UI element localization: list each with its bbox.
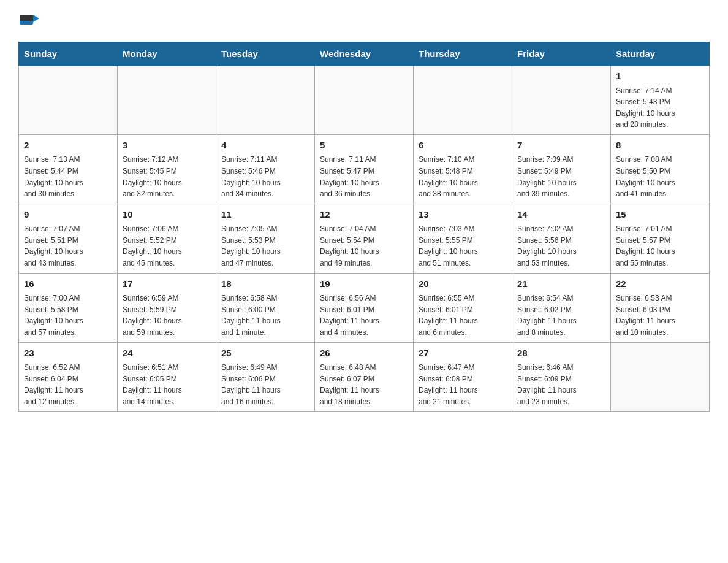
day-info: Sunrise: 6:51 AM Sunset: 6:05 PM Dayligh… bbox=[123, 362, 211, 407]
calendar-cell: 12Sunrise: 7:04 AM Sunset: 5:54 PM Dayli… bbox=[315, 204, 414, 273]
calendar-cell: 26Sunrise: 6:48 AM Sunset: 6:07 PM Dayli… bbox=[315, 342, 414, 412]
day-number: 21 bbox=[517, 277, 605, 291]
day-number: 26 bbox=[320, 347, 408, 361]
calendar-cell bbox=[414, 66, 512, 135]
day-number: 1 bbox=[616, 69, 704, 83]
day-number: 24 bbox=[123, 347, 211, 361]
day-info: Sunrise: 6:53 AM Sunset: 6:03 PM Dayligh… bbox=[616, 293, 704, 338]
day-number: 11 bbox=[221, 208, 309, 222]
day-number: 15 bbox=[616, 208, 704, 222]
day-info: Sunrise: 7:11 AM Sunset: 5:47 PM Dayligh… bbox=[320, 154, 408, 199]
calendar-cell bbox=[315, 66, 414, 135]
day-info: Sunrise: 6:47 AM Sunset: 6:08 PM Dayligh… bbox=[419, 362, 507, 407]
day-number: 19 bbox=[320, 277, 408, 291]
day-info: Sunrise: 7:03 AM Sunset: 5:55 PM Dayligh… bbox=[419, 223, 507, 269]
calendar-cell: 1Sunrise: 7:14 AM Sunset: 5:43 PM Daylig… bbox=[611, 66, 710, 135]
day-number: 13 bbox=[419, 208, 507, 222]
day-info: Sunrise: 7:12 AM Sunset: 5:45 PM Dayligh… bbox=[123, 154, 211, 199]
day-number: 23 bbox=[24, 347, 112, 361]
calendar-cell: 21Sunrise: 6:54 AM Sunset: 6:02 PM Dayli… bbox=[512, 273, 611, 342]
calendar-cell: 16Sunrise: 7:00 AM Sunset: 5:58 PM Dayli… bbox=[19, 273, 118, 342]
day-info: Sunrise: 7:06 AM Sunset: 5:52 PM Dayligh… bbox=[123, 223, 211, 269]
calendar-cell: 15Sunrise: 7:01 AM Sunset: 5:57 PM Dayli… bbox=[611, 204, 710, 273]
day-info: Sunrise: 7:11 AM Sunset: 5:46 PM Dayligh… bbox=[221, 154, 309, 199]
calendar-cell: 18Sunrise: 6:58 AM Sunset: 6:00 PM Dayli… bbox=[216, 273, 315, 342]
day-number: 12 bbox=[320, 208, 408, 222]
day-info: Sunrise: 7:05 AM Sunset: 5:53 PM Dayligh… bbox=[221, 223, 309, 269]
day-info: Sunrise: 6:56 AM Sunset: 6:01 PM Dayligh… bbox=[320, 293, 408, 338]
day-number: 4 bbox=[221, 139, 309, 153]
day-number: 28 bbox=[517, 347, 605, 361]
day-info: Sunrise: 6:59 AM Sunset: 5:59 PM Dayligh… bbox=[123, 293, 211, 338]
calendar-cell: 10Sunrise: 7:06 AM Sunset: 5:52 PM Dayli… bbox=[118, 204, 216, 273]
calendar-cell: 6Sunrise: 7:10 AM Sunset: 5:48 PM Daylig… bbox=[414, 134, 512, 204]
day-info: Sunrise: 7:13 AM Sunset: 5:44 PM Dayligh… bbox=[24, 154, 112, 199]
day-info: Sunrise: 6:54 AM Sunset: 6:02 PM Dayligh… bbox=[517, 293, 605, 338]
day-number: 16 bbox=[24, 277, 112, 291]
day-number: 8 bbox=[616, 139, 704, 153]
calendar-cell: 11Sunrise: 7:05 AM Sunset: 5:53 PM Dayli… bbox=[216, 204, 315, 273]
calendar-cell: 8Sunrise: 7:08 AM Sunset: 5:50 PM Daylig… bbox=[611, 134, 710, 204]
day-number: 25 bbox=[221, 347, 309, 361]
calendar-cell bbox=[118, 66, 216, 135]
calendar-cell bbox=[19, 66, 118, 135]
day-number: 6 bbox=[419, 139, 507, 153]
day-info: Sunrise: 6:49 AM Sunset: 6:06 PM Dayligh… bbox=[221, 362, 309, 407]
calendar-header-row: SundayMondayTuesdayWednesdayThursdayFrid… bbox=[19, 42, 710, 66]
calendar-cell: 23Sunrise: 6:52 AM Sunset: 6:04 PM Dayli… bbox=[19, 342, 118, 412]
day-info: Sunrise: 7:10 AM Sunset: 5:48 PM Dayligh… bbox=[419, 154, 507, 199]
day-info: Sunrise: 7:07 AM Sunset: 5:51 PM Dayligh… bbox=[24, 223, 112, 269]
calendar-table: SundayMondayTuesdayWednesdayThursdayFrid… bbox=[18, 42, 710, 412]
calendar-cell: 24Sunrise: 6:51 AM Sunset: 6:05 PM Dayli… bbox=[118, 342, 216, 412]
logo-icon bbox=[18, 12, 42, 36]
calendar-day-header: Thursday bbox=[414, 42, 512, 66]
day-info: Sunrise: 6:46 AM Sunset: 6:09 PM Dayligh… bbox=[517, 362, 605, 407]
day-info: Sunrise: 6:55 AM Sunset: 6:01 PM Dayligh… bbox=[419, 293, 507, 338]
calendar-cell: 28Sunrise: 6:46 AM Sunset: 6:09 PM Dayli… bbox=[512, 342, 611, 412]
day-info: Sunrise: 7:01 AM Sunset: 5:57 PM Dayligh… bbox=[616, 223, 704, 269]
calendar-cell: 19Sunrise: 6:56 AM Sunset: 6:01 PM Dayli… bbox=[315, 273, 414, 342]
calendar-cell bbox=[611, 342, 710, 412]
svg-rect-3 bbox=[20, 15, 33, 21]
day-info: Sunrise: 6:58 AM Sunset: 6:00 PM Dayligh… bbox=[221, 293, 309, 338]
calendar-week-row: 2Sunrise: 7:13 AM Sunset: 5:44 PM Daylig… bbox=[19, 134, 710, 204]
calendar-cell: 7Sunrise: 7:09 AM Sunset: 5:49 PM Daylig… bbox=[512, 134, 611, 204]
calendar-day-header: Sunday bbox=[19, 42, 118, 66]
calendar-cell: 25Sunrise: 6:49 AM Sunset: 6:06 PM Dayli… bbox=[216, 342, 315, 412]
calendar-day-header: Monday bbox=[118, 42, 216, 66]
day-info: Sunrise: 7:14 AM Sunset: 5:43 PM Dayligh… bbox=[616, 85, 704, 131]
day-number: 5 bbox=[320, 139, 408, 153]
day-number: 17 bbox=[123, 277, 211, 291]
calendar-cell: 3Sunrise: 7:12 AM Sunset: 5:45 PM Daylig… bbox=[118, 134, 216, 204]
calendar-day-header: Tuesday bbox=[216, 42, 315, 66]
day-info: Sunrise: 7:04 AM Sunset: 5:54 PM Dayligh… bbox=[320, 223, 408, 269]
calendar-cell: 2Sunrise: 7:13 AM Sunset: 5:44 PM Daylig… bbox=[19, 134, 118, 204]
day-number: 18 bbox=[221, 277, 309, 291]
calendar-cell: 27Sunrise: 6:47 AM Sunset: 6:08 PM Dayli… bbox=[414, 342, 512, 412]
day-number: 27 bbox=[419, 347, 507, 361]
calendar-week-row: 23Sunrise: 6:52 AM Sunset: 6:04 PM Dayli… bbox=[19, 342, 710, 412]
calendar-day-header: Saturday bbox=[611, 42, 710, 66]
calendar-cell: 5Sunrise: 7:11 AM Sunset: 5:47 PM Daylig… bbox=[315, 134, 414, 204]
calendar-cell: 22Sunrise: 6:53 AM Sunset: 6:03 PM Dayli… bbox=[611, 273, 710, 342]
day-number: 14 bbox=[517, 208, 605, 222]
day-number: 9 bbox=[24, 208, 112, 222]
day-info: Sunrise: 7:02 AM Sunset: 5:56 PM Dayligh… bbox=[517, 223, 605, 269]
calendar-day-header: Wednesday bbox=[315, 42, 414, 66]
day-number: 7 bbox=[517, 139, 605, 153]
svg-marker-4 bbox=[33, 15, 39, 22]
calendar-day-header: Friday bbox=[512, 42, 611, 66]
calendar-cell: 4Sunrise: 7:11 AM Sunset: 5:46 PM Daylig… bbox=[216, 134, 315, 204]
day-info: Sunrise: 6:48 AM Sunset: 6:07 PM Dayligh… bbox=[320, 362, 408, 407]
page-header bbox=[18, 12, 710, 36]
calendar-cell bbox=[216, 66, 315, 135]
calendar-cell: 20Sunrise: 6:55 AM Sunset: 6:01 PM Dayli… bbox=[414, 273, 512, 342]
calendar-cell: 17Sunrise: 6:59 AM Sunset: 5:59 PM Dayli… bbox=[118, 273, 216, 342]
day-number: 2 bbox=[24, 139, 112, 153]
day-info: Sunrise: 7:00 AM Sunset: 5:58 PM Dayligh… bbox=[24, 293, 112, 338]
calendar-week-row: 9Sunrise: 7:07 AM Sunset: 5:51 PM Daylig… bbox=[19, 204, 710, 273]
day-number: 22 bbox=[616, 277, 704, 291]
calendar-cell: 9Sunrise: 7:07 AM Sunset: 5:51 PM Daylig… bbox=[19, 204, 118, 273]
day-info: Sunrise: 6:52 AM Sunset: 6:04 PM Dayligh… bbox=[24, 362, 112, 407]
calendar-week-row: 16Sunrise: 7:00 AM Sunset: 5:58 PM Dayli… bbox=[19, 273, 710, 342]
